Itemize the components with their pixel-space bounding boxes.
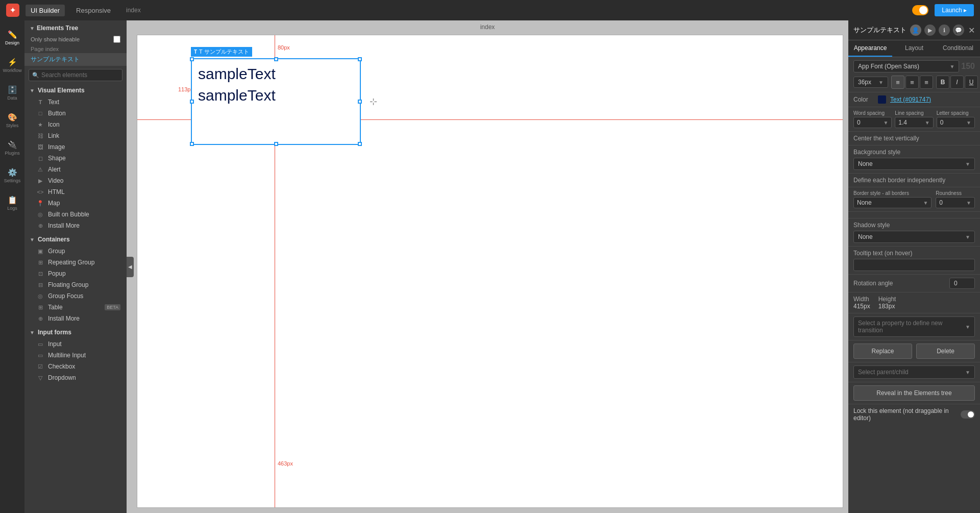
sidebar-item-dropdown[interactable]: ▽ Dropdown <box>24 372 127 383</box>
launch-button[interactable]: Launch ▸ <box>935 4 974 16</box>
tooltip-label: Tooltip text (on hover) <box>853 250 975 257</box>
sidebar-item-video[interactable]: ▶ Video <box>24 175 127 186</box>
search-input[interactable] <box>41 71 119 79</box>
sidebar-item-checkbox[interactable]: ☑ Checkbox <box>24 361 127 372</box>
nav-workflow[interactable]: ⚡ Workflow <box>2 52 23 79</box>
sidebar-item-floating-group[interactable]: ⊟ Floating Group <box>24 279 127 290</box>
handle-ml[interactable] <box>190 100 194 104</box>
replace-button[interactable]: Replace <box>853 344 912 359</box>
play-icon[interactable]: ▶ <box>924 25 936 36</box>
line-spacing-label: Line spacing <box>895 110 933 116</box>
avatar-icon[interactable]: 👤 <box>910 25 921 36</box>
font-size-number: 150 <box>961 62 975 71</box>
font-size-control[interactable]: 36px ▼ <box>853 77 888 88</box>
width-value: 415px <box>853 303 870 310</box>
chat-icon[interactable]: 💬 <box>953 25 964 36</box>
tab-responsive[interactable]: Responsive <box>71 5 116 16</box>
sidebar-item-install-more-visual[interactable]: ⊕ Install More <box>24 220 127 231</box>
sidebar-item-text[interactable]: T Text <box>24 96 127 108</box>
line-spacing-control[interactable]: 1.4 ▼ <box>895 117 933 128</box>
reveal-button[interactable]: Reveal in the Elements tree <box>853 385 975 401</box>
text-content: sampleText sampleText <box>192 59 360 110</box>
sidebar-item-map[interactable]: 📍 Map <box>24 198 127 209</box>
color-swatch[interactable] <box>878 95 886 104</box>
sidebar-item-input[interactable]: ▭ Input <box>24 338 127 350</box>
sidebar-item-table[interactable]: ⊞ Table BETA <box>24 302 127 313</box>
text-element-wrapper[interactable]: T T サンプルテキスト sampleText sampleText <box>191 58 361 145</box>
sidebar-item-shape[interactable]: ◻ Shape <box>24 153 127 164</box>
underline-button[interactable]: U <box>965 76 978 89</box>
shadow-style-control[interactable]: None ▼ <box>853 231 975 243</box>
sidebar-item-group[interactable]: ▣ Group <box>24 246 127 257</box>
nav-data[interactable]: 🗄️ Data <box>2 80 23 106</box>
page-tab-index: index <box>126 7 141 14</box>
preview-toggle[interactable] <box>912 5 928 15</box>
roundness-control[interactable]: 0 ▼ <box>936 197 975 208</box>
color-value[interactable]: Text (#091747) <box>890 96 931 103</box>
handle-tc[interactable] <box>274 57 278 61</box>
app-logo: ✦ <box>6 4 19 17</box>
border-style-control[interactable]: None ▼ <box>853 197 932 208</box>
align-center-button[interactable]: ≡ <box>905 76 919 89</box>
dim-label-top: 80px <box>278 44 290 51</box>
sidebar-item-multiline-input[interactable]: ▭ Multiline Input <box>24 350 127 361</box>
word-spacing-control[interactable]: 0 ▼ <box>853 117 892 128</box>
tab-conditional[interactable]: Conditional <box>936 40 980 57</box>
tab-ui-builder[interactable]: UI Builder <box>26 5 65 16</box>
handle-mr[interactable] <box>358 100 362 104</box>
sidebar-item-repeating-group[interactable]: ⊞ Repeating Group <box>24 257 127 268</box>
input-forms-header[interactable]: ▼ Input forms <box>24 326 127 338</box>
tooltip-input[interactable] <box>853 259 975 271</box>
sidebar-item-image[interactable]: 🖼 Image <box>24 141 127 153</box>
handle-bl[interactable] <box>190 142 194 146</box>
tab-layout[interactable]: Layout <box>892 40 936 57</box>
width-label: Width <box>853 296 870 303</box>
bold-button[interactable]: B <box>936 76 949 89</box>
bg-style-label: Background style <box>853 149 900 156</box>
center-vertical-label: Center the text vertically <box>853 135 975 142</box>
handle-bc[interactable] <box>274 142 278 146</box>
panel-header: サンプルテキスト 👤 ▶ ℹ 💬 ✕ <box>848 20 980 40</box>
sidebar-item-install-more-containers[interactable]: ⊕ Install More <box>24 313 127 324</box>
nav-styles[interactable]: 🎨 Styles <box>2 107 23 134</box>
nav-settings[interactable]: ⚙️ Settings <box>2 162 23 189</box>
sidebar-item-button[interactable]: □ Button <box>24 108 127 119</box>
sidebar-item-html[interactable]: <> HTML <box>24 186 127 198</box>
align-left-button[interactable]: ≡ <box>891 76 904 89</box>
nav-plugins[interactable]: 🔌 Plugins <box>2 135 23 161</box>
transition-select[interactable]: Select a property to define new transiti… <box>853 316 975 337</box>
align-right-button[interactable]: ≡ <box>920 76 933 89</box>
sidebar-item-icon[interactable]: ★ Icon <box>24 119 127 130</box>
handle-tr[interactable] <box>358 57 362 61</box>
delete-button[interactable]: Delete <box>916 344 975 359</box>
nav-design[interactable]: ✏️ Design <box>2 25 23 51</box>
sidebar-item-link[interactable]: ⛓ Link <box>24 130 127 141</box>
handle-br[interactable] <box>358 142 362 146</box>
move-icon[interactable]: ⊹ <box>370 96 377 107</box>
page-item-sample[interactable]: サンプルテキスト <box>24 53 127 66</box>
letter-spacing-control[interactable]: 0 ▼ <box>937 117 975 128</box>
lock-toggle[interactable] <box>961 410 975 419</box>
sidebar-item-built-on-bubble[interactable]: ◎ Built on Bubble <box>24 209 127 220</box>
page-index-label: Page index <box>24 45 127 53</box>
canvas-page-label: index <box>480 23 495 31</box>
close-icon[interactable]: ✕ <box>968 26 975 35</box>
containers-header[interactable]: ▼ Containers <box>24 233 127 246</box>
bg-style-control[interactable]: None ▼ <box>853 158 975 170</box>
parent-child-select[interactable]: Select parent/child ▼ <box>853 365 975 379</box>
only-show-hideable-checkbox[interactable] <box>113 36 120 43</box>
sidebar-item-popup[interactable]: ⊡ Popup <box>24 268 127 279</box>
sidebar-item-group-focus[interactable]: ◎ Group Focus <box>24 290 127 302</box>
text-element-box[interactable]: sampleText sampleText <box>191 58 361 145</box>
lock-label: Lock this element (not draggable in edit… <box>853 407 957 422</box>
sidebar-item-alert[interactable]: ⚠ Alert <box>24 164 127 175</box>
italic-button[interactable]: I <box>950 76 964 89</box>
visual-elements-header[interactable]: ▼ Visual Elements <box>24 84 127 96</box>
handle-tl[interactable] <box>190 57 194 61</box>
font-name-control[interactable]: App Font (Open Sans) ▼ <box>853 60 959 72</box>
info-icon[interactable]: ℹ <box>939 25 950 36</box>
rotation-input[interactable]: 0 <box>949 278 975 289</box>
nav-logs[interactable]: 📋 Logs <box>2 190 23 216</box>
collapse-sidebar-btn[interactable]: ◀ <box>127 257 134 277</box>
tab-appearance[interactable]: Appearance <box>848 40 892 57</box>
